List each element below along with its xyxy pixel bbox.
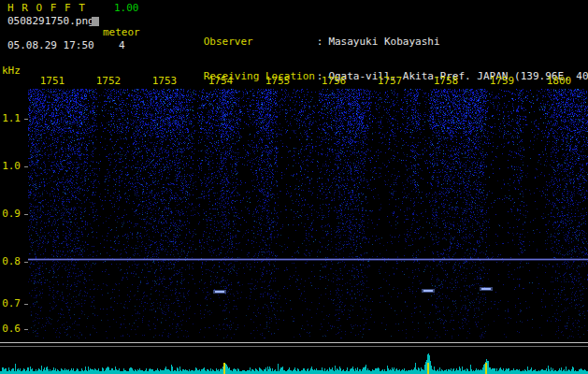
time-tick-label: 1759 — [487, 76, 517, 87]
cursor-block — [92, 17, 99, 26]
time-tick-label: 1752 — [93, 76, 123, 87]
separator-line-top — [0, 342, 588, 343]
time-tick-label: 1756 — [319, 76, 349, 87]
time-tick-label: 1754 — [206, 76, 236, 87]
meteor-count: 4 — [119, 40, 125, 51]
freq-axis-unit: kHz — [2, 65, 21, 77]
info-row-observer: Observer:Masayuki Kobayashi — [166, 25, 588, 37]
freq-tick-label: 0.6 — [0, 324, 21, 335]
time-tick-label: 1758 — [431, 76, 461, 87]
level-canvas — [0, 349, 588, 374]
info-separator: : — [317, 36, 323, 48]
time-tick-label: 1753 — [150, 76, 179, 87]
freq-tick-label: 0.7 — [0, 298, 21, 309]
info-value: Masayuki Kobayashi — [328, 36, 439, 48]
time-tick-label: 1751 — [37, 76, 67, 87]
time-tick-label: 1800 — [544, 76, 574, 87]
output-filename: 0508291750.png — [7, 16, 94, 27]
mode-label: meteor — [103, 27, 140, 38]
freq-tick-label: 1.1 — [0, 113, 21, 124]
time-tick-label: 1757 — [375, 76, 405, 87]
hrofft-screen: H R O F F T 1.00 0508291750.png meteor 0… — [0, 0, 588, 374]
freq-tick-label: 0.9 — [0, 209, 21, 220]
info-row-location: Receiving Location:Ogata-vill. Akita-Pre… — [166, 60, 588, 72]
separator-line-bottom — [0, 346, 588, 347]
freq-tick-label: 0.8 — [0, 256, 21, 267]
freq-tick-label: 1.0 — [0, 161, 21, 172]
app-title: H R O F F T — [7, 3, 86, 14]
spectrogram-canvas — [28, 89, 588, 338]
app-version: 1.00 — [114, 3, 139, 14]
datetime-label: 05.08.29 17:50 — [7, 40, 94, 51]
time-tick-label: 1755 — [263, 76, 293, 87]
info-label: Observer — [204, 36, 317, 48]
